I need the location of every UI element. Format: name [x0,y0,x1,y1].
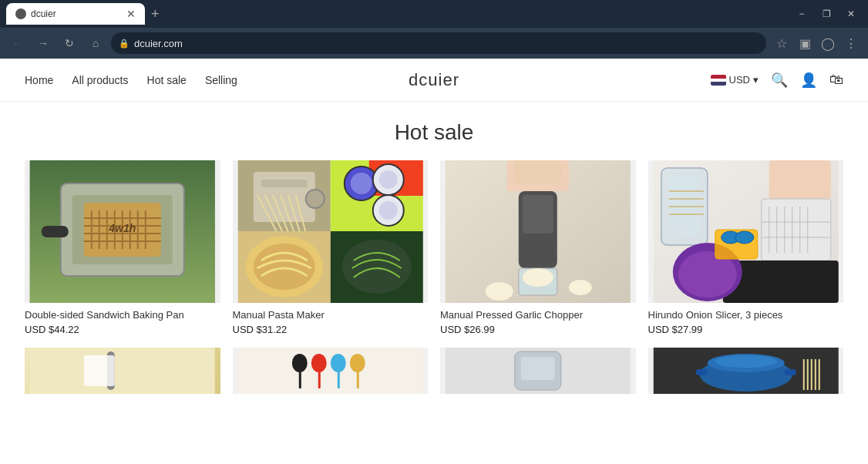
main-content: Hot sale [0,120,868,394]
svg-rect-93 [695,369,707,375]
nav-links: Home All products Hot sale Selling [25,74,237,86]
svg-point-48 [523,268,553,287]
product-image-garlic [440,160,636,303]
svg-rect-81 [318,369,320,388]
new-tab-button[interactable]: + [151,6,160,22]
nav-selling[interactable]: Selling [205,74,237,86]
product-card-spoons[interactable] [233,348,429,394]
product-image-spoons [233,348,429,394]
home-button[interactable]: ⌂ [85,32,106,54]
svg-rect-44 [515,160,561,183]
tab-favicon [15,8,26,19]
product-image-sandwich: 4w1h [25,160,220,303]
product-image-onion [648,160,844,303]
product-card-pot[interactable] [648,348,844,394]
profile-icon[interactable]: ◯ [817,32,839,54]
toolbar-right-icons: ☆ ▣ ◯ ⋮ [771,32,862,54]
currency-label: USD [729,74,750,86]
back-button[interactable]: ← [6,32,28,54]
nav-right: USD ▾ 🔍 👤 🛍 [711,72,843,89]
svg-rect-94 [784,369,796,375]
site-nav: Home All products Hot sale Selling dcuie… [0,59,868,102]
svg-rect-58 [769,160,830,199]
browser-tabs: dcuier ✕ + − ❐ ✕ [0,0,868,28]
svg-rect-79 [298,369,301,388]
search-icon[interactable]: 🔍 [771,72,788,89]
product-card-pasta-maker[interactable]: Manual Pasta Maker USD $31.22 [233,160,429,335]
menu-icon[interactable]: ⋮ [840,32,862,54]
svg-point-92 [715,355,776,368]
tab-title: dcuier [31,8,56,19]
product-card-onion-slicer[interactable]: Hirundo Onion Slicer, 3 pieces USD $27.9… [648,160,844,335]
svg-point-49 [486,282,513,301]
product-grid-row1: 4w1h Double-sided Sandwich Baking Pan US… [25,160,843,335]
product-image-towel [25,348,220,394]
nav-home[interactable]: Home [25,74,53,86]
address-bar[interactable]: 🔒 dcuier.com [111,32,766,54]
svg-rect-83 [337,369,339,388]
lock-icon: 🔒 [119,39,130,49]
restore-button[interactable]: ❐ [816,3,837,25]
svg-rect-76 [84,355,115,386]
nav-all-products[interactable]: All products [72,74,128,86]
product-card-towel[interactable] [25,348,220,394]
window-controls: − ❐ ✕ [791,3,862,25]
minimize-button[interactable]: − [791,3,812,25]
product-price-garlic: USD $26.99 [440,324,636,335]
extensions-icon[interactable]: ▣ [794,32,816,54]
browser-toolbar: ← → ↻ ⌂ 🔒 dcuier.com ☆ ▣ ◯ ⋮ [0,28,868,59]
product-image-pasta [233,160,429,303]
svg-rect-74 [30,348,215,394]
svg-point-22 [305,190,324,208]
svg-rect-77 [237,348,422,394]
product-name-garlic: Manual Pressed Garlic Chopper [440,309,636,321]
product-price-onion: USD $27.99 [648,324,844,335]
account-icon[interactable]: 👤 [800,72,817,89]
svg-rect-88 [521,357,555,380]
nav-hot-sale[interactable]: Hot sale [147,74,187,86]
product-name-pasta: Manual Pasta Maker [233,309,429,321]
product-image-blender [440,348,636,394]
svg-rect-17 [42,226,69,237]
product-card-sandwich-pan[interactable]: 4w1h Double-sided Sandwich Baking Pan US… [25,160,220,335]
svg-point-50 [569,280,592,295]
cart-icon[interactable]: 🛍 [829,72,843,88]
tab-close-button[interactable]: ✕ [126,8,136,20]
close-button[interactable]: ✕ [840,3,862,25]
page-heading: Hot sale [25,120,843,145]
website-content: Home All products Hot sale Selling dcuie… [0,59,868,394]
svg-point-32 [350,173,372,194]
product-name-sandwich: Double-sided Sandwich Baking Pan [25,309,220,321]
forward-button[interactable]: → [32,32,54,54]
svg-rect-59 [761,199,830,261]
svg-point-73 [735,231,753,244]
bookmark-star-icon[interactable]: ☆ [771,32,792,54]
product-image-pot [648,348,844,394]
flag-icon [711,75,726,86]
product-price-sandwich: USD $44.22 [25,324,220,335]
svg-point-41 [341,240,411,294]
browser-chrome: dcuier ✕ + − ❐ ✕ ← → ↻ ⌂ 🔒 dcuier.com ☆ … [0,0,868,59]
product-price-pasta: USD $31.22 [233,324,429,335]
site-logo[interactable]: dcuier [409,70,459,90]
active-tab[interactable]: dcuier ✕ [6,3,145,25]
currency-selector[interactable]: USD ▾ [711,74,759,86]
svg-rect-21 [261,180,307,187]
currency-arrow: ▾ [753,74,759,86]
product-card-blender[interactable] [440,348,636,394]
svg-point-34 [378,170,397,189]
svg-rect-85 [356,369,358,388]
reload-button[interactable]: ↻ [59,32,80,54]
svg-point-36 [378,201,397,220]
product-name-onion: Hirundo Onion Slicer, 3 pieces [648,309,844,321]
product-card-garlic-chopper[interactable]: Manual Pressed Garlic Chopper USD $26.99 [440,160,636,335]
url-text: dcuier.com [134,38,183,49]
svg-text:4w1h: 4w1h [108,222,136,234]
svg-rect-46 [523,195,553,234]
product-grid-row2 [25,348,843,394]
